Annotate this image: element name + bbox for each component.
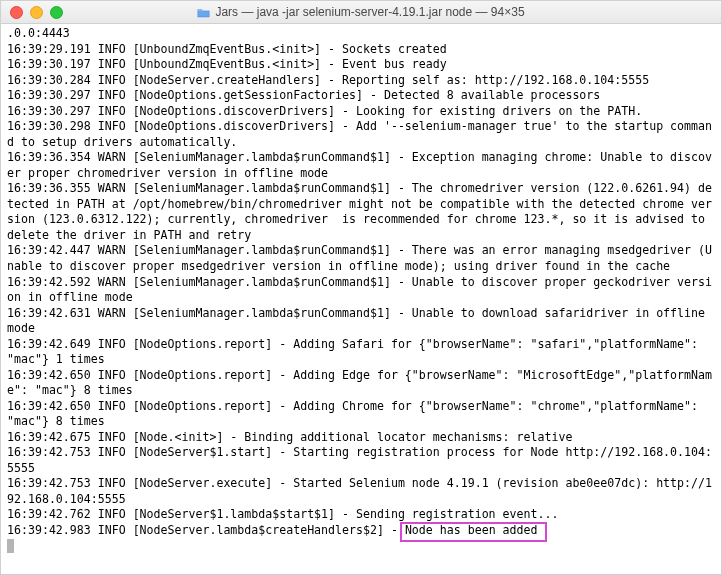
folder-icon — [197, 7, 210, 18]
prompt-line — [7, 539, 715, 555]
log-line: 16:39:42.762 INFO [NodeServer$1.lambda$s… — [7, 507, 715, 523]
log-line: 16:39:42.753 INFO [NodeServer.execute] -… — [7, 476, 715, 507]
minimize-icon[interactable] — [30, 6, 43, 19]
log-line: 16:39:30.298 INFO [NodeOptions.discoverD… — [7, 119, 715, 150]
log-line: 16:39:42.650 INFO [NodeOptions.report] -… — [7, 399, 715, 430]
window-controls — [1, 6, 63, 19]
log-line: .0.0:4443 — [7, 26, 715, 42]
log-line: 16:39:30.297 INFO [NodeOptions.getSessio… — [7, 88, 715, 104]
log-line: 16:39:29.191 INFO [UnboundZmqEventBus.<i… — [7, 42, 715, 58]
log-line: 16:39:30.197 INFO [UnboundZmqEventBus.<i… — [7, 57, 715, 73]
window-title: Jars — java -jar selenium-server-4.19.1.… — [1, 5, 721, 19]
log-line: 16:39:42.631 WARN [SeleniumManager.lambd… — [7, 306, 715, 337]
highlighted-text: Node has been added — [405, 523, 538, 537]
log-line: 16:39:30.297 INFO [NodeOptions.discoverD… — [7, 104, 715, 120]
log-line: 16:39:36.355 WARN [SeleniumManager.lambd… — [7, 181, 715, 243]
log-line: 16:39:42.649 INFO [NodeOptions.report] -… — [7, 337, 715, 368]
window-title-text: Jars — java -jar selenium-server-4.19.1.… — [215, 5, 524, 19]
close-icon[interactable] — [10, 6, 23, 19]
log-line: 16:39:42.650 INFO [NodeOptions.report] -… — [7, 368, 715, 399]
titlebar: Jars — java -jar selenium-server-4.19.1.… — [1, 1, 721, 24]
log-line: 16:39:42.753 INFO [NodeServer$1.start] -… — [7, 445, 715, 476]
terminal-window: Jars — java -jar selenium-server-4.19.1.… — [0, 0, 722, 575]
log-line: 16:39:30.284 INFO [NodeServer.createHand… — [7, 73, 715, 89]
log-line: 16:39:42.983 INFO [NodeServer.lambda$cre… — [7, 523, 715, 539]
cursor — [7, 539, 14, 553]
log-line: 16:39:42.447 WARN [SeleniumManager.lambd… — [7, 243, 715, 274]
log-line: 16:39:42.592 WARN [SeleniumManager.lambd… — [7, 275, 715, 306]
log-line: 16:39:36.354 WARN [SeleniumManager.lambd… — [7, 150, 715, 181]
maximize-icon[interactable] — [50, 6, 63, 19]
terminal-output[interactable]: .0.0:444316:39:29.191 INFO [UnboundZmqEv… — [1, 24, 721, 574]
log-line: 16:39:42.675 INFO [Node.<init>] - Bindin… — [7, 430, 715, 446]
